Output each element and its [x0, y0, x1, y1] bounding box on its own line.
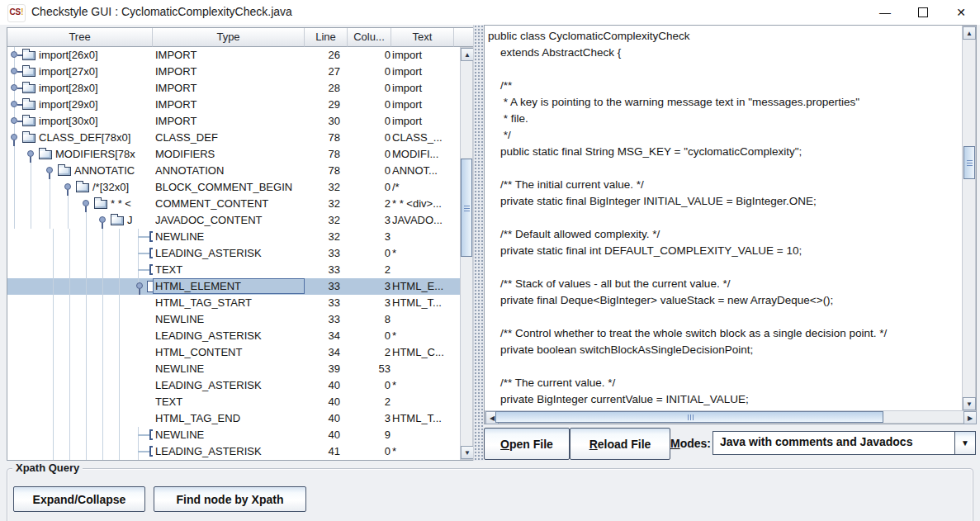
tree-table-row[interactable]: ANNOTATICANNOTATION780ANNOT...: [7, 163, 460, 179]
code-line: /** Stack of values - all but the curren…: [488, 276, 962, 292]
tree-collapse-handle-icon[interactable]: [11, 101, 17, 107]
tree-guide-line: [86, 229, 87, 245]
tree-expand-handle-icon[interactable]: [136, 282, 143, 289]
tree-cell: [7, 245, 153, 262]
code-scroll-down-button[interactable]: ▼: [963, 397, 976, 410]
type-cell: IMPORT: [155, 47, 304, 64]
split-pane-divider[interactable]: [473, 25, 484, 461]
tree-guide-line: [86, 278, 87, 295]
code-hscrollbar-thumb[interactable]: [495, 411, 883, 423]
column-cell: 8: [344, 311, 391, 328]
tree-table-row[interactable]: * * <COMMENT_CONTENT322* * <div>...: [7, 196, 460, 212]
tree-expand-handle-icon[interactable]: [83, 200, 89, 206]
tree-table-row[interactable]: CLASS_DEF[78x0]CLASS_DEF780CLASS_...: [7, 130, 460, 146]
open-file-button[interactable]: Open File: [484, 428, 570, 460]
code-vscrollbar-thumb[interactable]: [963, 146, 975, 179]
tree-guide-line: [102, 245, 103, 262]
tree-expand-handle-icon[interactable]: [64, 183, 71, 190]
folder-icon: [58, 167, 71, 176]
column-header-line[interactable]: Line: [305, 28, 348, 47]
tree-guide-line: [86, 295, 87, 311]
tree-table-row[interactable]: NEWLINE338: [7, 311, 460, 328]
tree-scrollbar-thumb[interactable]: [461, 159, 472, 257]
tree-scroll-down-button[interactable]: ▼: [461, 446, 474, 459]
tree-table-row[interactable]: import[29x0]IMPORT290import: [7, 97, 460, 113]
find-node-by-xpath-button[interactable]: Find node by Xpath: [154, 486, 306, 512]
tree-guide-line: [69, 229, 70, 245]
tree-table-row[interactable]: MODIFIERS[78xMODIFIERS780MODIFI...: [7, 146, 460, 163]
maximize-button[interactable]: [904, 0, 942, 25]
tree-table-row[interactable]: JJAVADOC_CONTENT323JAVADO...: [7, 212, 460, 229]
tree-table-row[interactable]: TEXT402: [7, 394, 460, 410]
tree-table-body: import[26x0]IMPORT260importimport[27x0]I…: [7, 47, 460, 460]
leaf-icon: [149, 429, 153, 440]
tree-table-row[interactable]: /*[32x0]BLOCK_COMMENT_BEGIN320/*: [7, 179, 460, 196]
tree-collapse-handle-icon[interactable]: [11, 84, 17, 91]
column-header-tree[interactable]: Tree: [7, 28, 153, 47]
tree-guide-line: [53, 427, 54, 443]
tree-table-row[interactable]: import[28x0]IMPORT280import: [7, 80, 460, 97]
folder-icon: [76, 183, 89, 192]
tree-table-row[interactable]: import[30x0]IMPORT300import: [7, 113, 460, 130]
column-header-colu[interactable]: Colu...: [348, 28, 391, 47]
tree-table-row[interactable]: HTML_TAG_START333HTML_T...: [7, 295, 460, 311]
tree-table-row[interactable]: LEADING_ASTERISK330*: [7, 245, 460, 262]
tree-table-row[interactable]: LEADING_ASTERISK400*: [7, 377, 460, 394]
tree-expand-handle-icon[interactable]: [99, 216, 106, 223]
tree-expand-handle-icon[interactable]: [46, 167, 53, 173]
folder-icon: [22, 134, 36, 143]
code-scroll-up-button[interactable]: ▲: [963, 26, 976, 40]
tree-scroll-up-button[interactable]: ▲: [461, 48, 474, 61]
tree-guide-line: [14, 163, 15, 179]
tree-expand-handle-icon[interactable]: [11, 134, 17, 140]
tree-table-row[interactable]: import[27x0]IMPORT270import: [7, 64, 460, 80]
folder-icon: [22, 68, 36, 77]
tree-scrollbar-track[interactable]: ▲ ▼: [460, 47, 473, 460]
tree-table-row[interactable]: NEWLINE3953: [7, 361, 460, 377]
code-scroll-right-button[interactable]: ▶: [963, 411, 977, 424]
source-code-pane[interactable]: public class CyclomaticComplexityCheck e…: [484, 25, 977, 424]
tree-table-row[interactable]: NEWLINE409: [7, 427, 460, 443]
modes-dropdown-value: Java with comments and Javadocs: [720, 435, 912, 448]
tree-table-row[interactable]: NEWLINE323: [7, 229, 460, 245]
tree-cell: [7, 443, 153, 460]
tree-cell: CLASS_DEF[78x0]: [7, 130, 153, 146]
tree-cell: [7, 394, 153, 410]
tree-guide-line: [53, 328, 54, 344]
tree-expand-handle-icon[interactable]: [27, 150, 34, 157]
tree-table-row[interactable]: HTML_TAG_END403HTML_T...: [7, 410, 460, 427]
expand-collapse-button[interactable]: Expand/Collapse: [13, 486, 145, 512]
tree-table-row[interactable]: LEADING_ASTERISK340*: [7, 328, 460, 344]
line-cell: 33: [298, 245, 340, 262]
text-cell: import: [392, 113, 458, 130]
code-hscrollbar-track[interactable]: ◀ ▶: [485, 410, 976, 424]
tree-table-row[interactable]: TEXT332: [7, 262, 460, 278]
tree-collapse-handle-icon[interactable]: [11, 117, 17, 124]
tree-node-label: import[30x0]: [39, 113, 98, 130]
modes-label: Modes:: [670, 437, 711, 450]
thumb-grip: [688, 414, 689, 420]
tree-guide-line: [119, 344, 120, 361]
code-vscrollbar-track[interactable]: ▲ ▼: [962, 26, 976, 410]
tree-guide-line: [86, 377, 87, 394]
reload-file-button[interactable]: Reload File: [570, 428, 670, 460]
type-cell: IMPORT: [155, 80, 304, 97]
tree-node-label: /*[32x0]: [92, 179, 129, 196]
tree-table-row[interactable]: LEADING_ASTERISK410*: [7, 443, 460, 460]
column-header-text[interactable]: Text: [391, 28, 454, 47]
chevron-down-icon[interactable]: ▼: [954, 432, 975, 454]
type-cell: BLOCK_COMMENT_BEGIN: [155, 179, 304, 196]
tree-table-row[interactable]: HTML_CONTENT342HTML_C...: [7, 344, 460, 361]
column-header-type[interactable]: Type: [153, 28, 305, 47]
tree-collapse-handle-icon[interactable]: [11, 51, 17, 58]
tree-guide-line: [119, 328, 120, 344]
close-button[interactable]: ✕: [942, 0, 980, 25]
tree-table-row[interactable]: HTML_ELEMENT333HTML_E...: [7, 278, 460, 295]
text-cell: MODIFI...: [392, 146, 458, 163]
tree-table-row[interactable]: import[26x0]IMPORT260import: [7, 47, 460, 64]
folder-icon: [39, 150, 52, 159]
minimize-button[interactable]: —: [866, 0, 904, 25]
tree-guide-line: [102, 410, 103, 427]
modes-dropdown[interactable]: Java with comments and Javadocs ▼: [713, 431, 976, 455]
tree-collapse-handle-icon[interactable]: [11, 68, 17, 74]
